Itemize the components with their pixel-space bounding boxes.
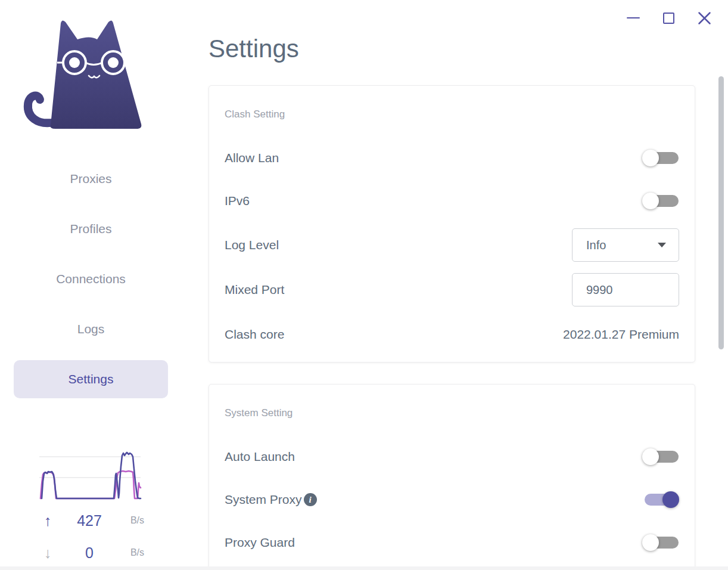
allow-lan-toggle[interactable] — [642, 150, 679, 166]
clash-core-row: Clash core 2022.01.27 Premium — [225, 317, 679, 352]
maximize-button[interactable] — [662, 11, 676, 25]
page-title: Settings — [209, 35, 299, 63]
card-header: System Setting — [225, 407, 293, 419]
cat-tail — [28, 96, 55, 123]
clash-core-version: 2022.01.27 Premium — [563, 327, 679, 342]
window-controls — [626, 10, 711, 26]
allow-lan-row: Allow Lan — [225, 141, 679, 175]
auto-launch-toggle[interactable] — [642, 448, 679, 465]
allow-lan-label: Allow Lan — [225, 151, 279, 165]
log-level-select[interactable]: Info — [572, 228, 679, 262]
sidebar-item-label: Profiles — [70, 222, 111, 236]
download-speed-value: 0 — [58, 544, 120, 562]
chevron-down-icon — [658, 243, 666, 247]
proxy-guard-toggle[interactable] — [642, 534, 679, 551]
log-level-label: Log Level — [225, 238, 279, 252]
toggle-thumb — [642, 193, 659, 209]
close-button[interactable] — [698, 11, 711, 25]
sidebar-item-connections[interactable]: Connections — [0, 254, 182, 304]
sidebar-item-label: Settings — [69, 372, 114, 386]
upload-speed-value: 427 — [58, 512, 120, 529]
proxy-guard-row: Proxy Guard — [225, 525, 679, 560]
auto-launch-label: Auto Launch — [225, 450, 295, 464]
sidebar-nav: Proxies Profiles Connections Logs Settin… — [0, 154, 182, 404]
sidebar-item-label: Logs — [77, 322, 105, 336]
sidebar-item-label: Connections — [56, 272, 126, 286]
download-speed-row: ↓ 0 B/s — [37, 543, 144, 563]
card-header: Clash Setting — [225, 109, 285, 120]
mixed-port-row: Mixed Port — [225, 272, 679, 307]
system-proxy-row: System Proxy i — [225, 482, 679, 517]
system-proxy-label: System Proxy i — [225, 492, 317, 507]
upload-line — [42, 453, 141, 498]
clash-core-label: Clash core — [225, 327, 284, 342]
auto-launch-row: Auto Launch — [225, 439, 679, 474]
upload-arrow-icon: ↑ — [37, 512, 58, 529]
ipv6-label: IPv6 — [225, 194, 250, 208]
toggle-thumb — [642, 448, 659, 465]
ipv6-row: IPv6 — [225, 184, 679, 218]
download-speed-unit: B/s — [120, 547, 144, 558]
sidebar-item-proxies[interactable]: Proxies — [0, 154, 182, 204]
minimize-icon — [627, 17, 640, 19]
toggle-thumb — [642, 150, 659, 166]
clash-setting-card: Clash Setting Allow Lan IPv6 Log Level I… — [209, 85, 695, 363]
sidebar-item-settings[interactable]: Settings — [0, 354, 182, 404]
log-level-row: Log Level Info — [225, 228, 679, 262]
sidebar-item-label: Proxies — [70, 172, 111, 186]
system-proxy-toggle[interactable] — [642, 491, 679, 508]
log-level-value: Info — [586, 238, 606, 252]
cat-body — [51, 20, 142, 129]
sidebar: Proxies Profiles Connections Logs Settin… — [0, 0, 209, 570]
maximize-icon — [663, 13, 674, 24]
traffic-graph — [39, 448, 142, 502]
clash-cat-logo — [18, 15, 143, 134]
active-nav-pill: Settings — [14, 360, 168, 398]
window-bottom-edge — [0, 566, 728, 570]
proxy-guard-label: Proxy Guard — [225, 535, 295, 550]
system-setting-card: System Setting Auto Launch System Proxy … — [209, 384, 695, 570]
sidebar-item-logs[interactable]: Logs — [0, 304, 182, 354]
app-window: Proxies Profiles Connections Logs Settin… — [0, 0, 728, 570]
upload-speed-row: ↑ 427 B/s — [37, 510, 144, 531]
ipv6-toggle[interactable] — [642, 193, 679, 209]
info-icon[interactable]: i — [304, 493, 317, 506]
close-icon — [698, 11, 711, 25]
sidebar-item-profiles[interactable]: Profiles — [0, 204, 182, 254]
toggle-thumb — [642, 534, 659, 551]
toggle-thumb — [662, 491, 679, 508]
mixed-port-input[interactable] — [572, 273, 679, 306]
mixed-port-label: Mixed Port — [225, 283, 284, 297]
minimize-button[interactable] — [626, 11, 640, 25]
scrollbar-thumb[interactable] — [718, 76, 724, 349]
upload-speed-unit: B/s — [120, 515, 144, 526]
download-arrow-icon: ↓ — [37, 544, 58, 562]
